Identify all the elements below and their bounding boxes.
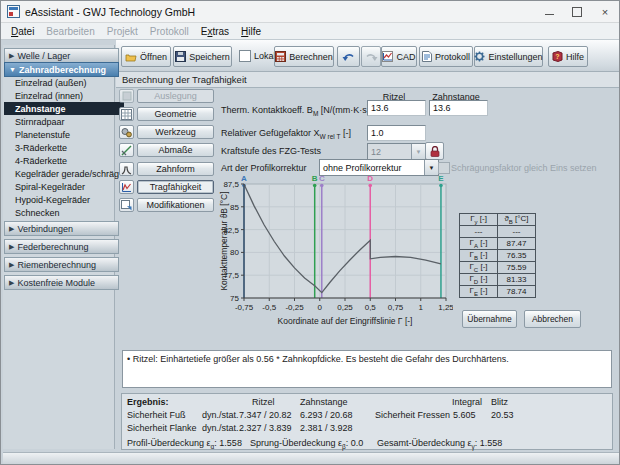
- cad-button[interactable]: CAD: [381, 46, 417, 67]
- maximize-button[interactable]: [563, 1, 591, 22]
- sidebar-item-schnecken[interactable]: Schnecken: [4, 206, 124, 219]
- menu-bar: Datei Bearbeiten Projekt Protokoll Extra…: [1, 23, 619, 40]
- sidebar-item-hypoid-kegelraeder[interactable]: Hypoid-Kegelräder: [4, 193, 124, 206]
- lock-icon: [430, 146, 440, 157]
- close-button[interactable]: ×: [591, 1, 619, 22]
- svg-text:E: E: [438, 174, 444, 183]
- tragfaehigkeit-button[interactable]: Tragfähigkeit: [137, 180, 214, 194]
- modifikationen-button[interactable]: Modifikationen: [137, 198, 214, 212]
- uebernahme-button[interactable]: Übernahme: [462, 310, 517, 328]
- svg-text:-0,75: -0,75: [235, 303, 254, 312]
- sidebar-item-kegelraeder[interactable]: Kegelräder gerade/schräg: [4, 167, 124, 180]
- open-button[interactable]: Öffnen: [121, 46, 171, 67]
- app-window: eAssistant - GWJ Technology GmbH × Datei…: [0, 0, 620, 465]
- maximize-icon: [572, 7, 582, 17]
- protokoll-button[interactable]: Protokoll: [419, 46, 473, 67]
- fressen-integral-value: 5.605: [453, 410, 476, 420]
- table-row: ΓA [-]87.47: [460, 238, 536, 250]
- sidebar-item-stirnradpaar[interactable]: Stirnradpaar: [4, 115, 124, 128]
- menu-extras[interactable]: Extras: [195, 23, 235, 40]
- table-row: ΓB [-]76.35: [460, 250, 536, 262]
- tragfaehigkeit-icon: [119, 180, 134, 194]
- window-title: eAssistant - GWJ Technology GmbH: [25, 6, 195, 18]
- save-disk-icon: [175, 51, 186, 62]
- svg-text:1,25: 1,25: [438, 303, 453, 312]
- sidebar-section-federberechnung[interactable]: ▶Federberechnung: [4, 239, 119, 254]
- sidebar-section-riemenberechnung[interactable]: ▶Riemenberechnung: [4, 257, 119, 272]
- results-col-blitz: Blitz: [491, 397, 508, 407]
- fuss-mode: dyn./stat.: [202, 410, 239, 420]
- sidebar: ▶Welle / Lager ▼Zahnradberechnung Einzel…: [3, 45, 115, 449]
- results-title: Ergebnis:: [127, 397, 169, 407]
- geometrie-button[interactable]: Geometrie: [137, 107, 214, 121]
- sidebar-item-einzelrad-aussen[interactable]: Einzelrad (außen): [4, 76, 124, 89]
- zahnform-button[interactable]: Zahnform: [137, 162, 214, 176]
- help-book-icon: ?: [552, 51, 563, 62]
- gefuegefaktor-input[interactable]: 1.0: [367, 125, 426, 141]
- minimize-icon: [545, 14, 554, 15]
- fressen-blitz-value: 20.53: [491, 410, 514, 420]
- help-button[interactable]: ? Hilfe: [548, 46, 588, 67]
- minimize-button[interactable]: [535, 1, 563, 22]
- svg-text:1: 1: [419, 303, 424, 312]
- results-col-ritzel: Ritzel: [252, 397, 275, 407]
- svg-text:-0,5: -0,5: [262, 303, 276, 312]
- calculate-button[interactable]: Berechnen: [274, 46, 334, 67]
- kontaktkoeff-ritzel-input[interactable]: 13.6: [367, 100, 426, 116]
- sidebar-section-kostenfreie-module[interactable]: ▶Kostenfreie Module: [4, 275, 119, 290]
- sicherheit-fuss-label: Sicherheit Fuß: [127, 410, 186, 420]
- abmasse-button[interactable]: Abmaße: [137, 143, 214, 157]
- table-header-row: Γy [-]ϑB [°C]: [460, 214, 536, 226]
- fzg-kraftstufe-label: Kraftstufe des FZG-Tests: [221, 146, 321, 156]
- menu-bearbeiten: Bearbeiten: [40, 23, 100, 40]
- fuss-ritzel-value: 7.347 / 20.82: [239, 410, 292, 420]
- kontaktkoeff-zahnstange-input[interactable]: 13.6: [429, 100, 488, 116]
- abmasse-icon: [119, 143, 134, 157]
- flanke-zahnstange-value: 2.381 / 3.928: [300, 423, 353, 433]
- table-row: ΓC [-]75.59: [460, 262, 536, 274]
- results-col-integral: Integral: [452, 397, 482, 407]
- title-bar: eAssistant - GWJ Technology GmbH ×: [1, 1, 619, 23]
- undo-button[interactable]: [337, 46, 360, 67]
- lokal-checkbox[interactable]: [239, 50, 251, 62]
- abbrechen-button[interactable]: Abbrechen: [524, 310, 581, 328]
- schraegungsfaktor-label: Schrägungsfaktor gleich Eins setzen: [451, 163, 597, 173]
- sidebar-item-einzelrad-innen[interactable]: Einzelrad (innen): [4, 89, 124, 102]
- menu-datei[interactable]: Datei: [5, 23, 40, 40]
- sidebar-item-zahnstange[interactable]: Zahnstange: [4, 102, 124, 115]
- dropdown-arrow-icon: ▼: [411, 144, 425, 159]
- sidebar-item-planetenstufe[interactable]: Planetenstufe: [4, 128, 124, 141]
- svg-text:?: ?: [555, 53, 559, 60]
- sidebar-item-spiral-kegelraeder[interactable]: Spiral-Kegelräder: [4, 180, 124, 193]
- gesamt-ueberdeckung: Gesamt-Überdeckung εγ: 1.558: [377, 438, 502, 450]
- sidebar-section-zahnradberechnung[interactable]: ▼Zahnradberechnung: [4, 62, 119, 77]
- status-bar: [3, 452, 619, 464]
- save-button[interactable]: Speichern: [173, 46, 232, 67]
- contact-temperature-chart[interactable]: ABCDE-0,75-0,5-0,2500,250,50,7511,257577…: [219, 173, 453, 331]
- lokal-checkbox-group[interactable]: Lokal: [239, 46, 276, 65]
- sidebar-section-welle-lager[interactable]: ▶Welle / Lager: [4, 48, 119, 63]
- lock-button[interactable]: [425, 142, 444, 160]
- sidebar-section-verbindungen[interactable]: ▶Verbindungen: [4, 221, 119, 236]
- svg-text:-0,25: -0,25: [285, 303, 304, 312]
- results-panel: Ergebnis: Ritzel Zahnstange Integral Bli…: [121, 393, 613, 450]
- profilkorrektur-label: Art der Profilkorrektur: [221, 163, 307, 173]
- calculator-icon: [275, 51, 286, 62]
- menu-hilfe[interactable]: Hilfe: [235, 23, 267, 40]
- chevron-down-icon: ▼: [9, 66, 16, 73]
- menu-protokoll: Protokoll: [144, 23, 195, 40]
- fzg-kraftstufe-select: 12 ▼: [367, 143, 426, 160]
- auslegung-button: Auslegung: [137, 89, 214, 103]
- sidebar-item-4-raederkette[interactable]: 4-Räderkette: [4, 154, 124, 167]
- svg-text:0: 0: [318, 303, 323, 312]
- sicherheit-flanke-label: Sicherheit Flanke: [127, 423, 197, 433]
- svg-text:0,75: 0,75: [388, 303, 404, 312]
- settings-button[interactable]: Einstellungen: [474, 46, 543, 67]
- gefuegefaktor-label: Relativer Gefügefaktor XW rel T [-]: [221, 128, 351, 140]
- undo-icon: [342, 51, 355, 62]
- svg-text:A: A: [241, 174, 247, 183]
- flanke-ritzel-value: 2.327 / 3.839: [239, 423, 292, 433]
- werkzeug-button[interactable]: Werkzeug: [137, 125, 214, 139]
- sidebar-item-3-raederkette[interactable]: 3-Räderkette: [4, 141, 124, 154]
- auslegung-icon: [119, 89, 134, 103]
